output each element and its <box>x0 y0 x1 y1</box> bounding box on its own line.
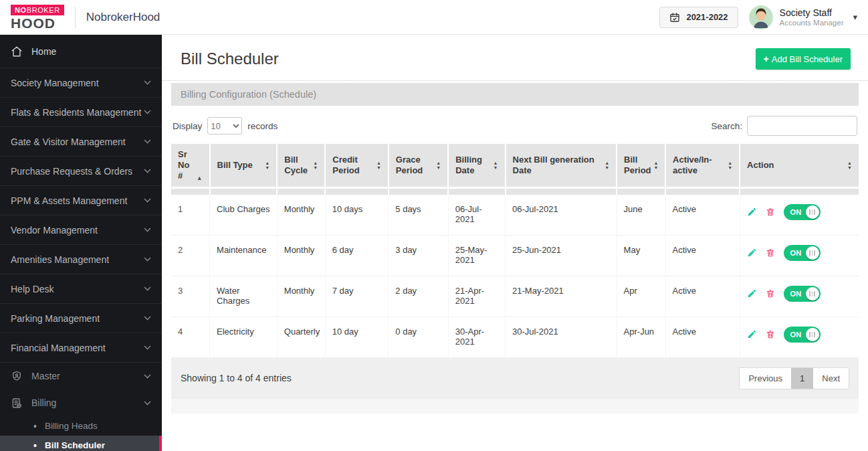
display-label: Display <box>173 121 202 131</box>
sidebar-item-vendor-management[interactable]: Vendor Management <box>0 215 162 245</box>
page-size-select[interactable]: 10 <box>207 117 242 134</box>
edit-icon[interactable] <box>747 248 757 258</box>
cell-bill-period: May <box>617 235 665 276</box>
sidebar-item-billing[interactable]: Billing <box>0 389 162 416</box>
cell-billing-date: 25-May-2021 <box>448 235 505 276</box>
delete-icon[interactable] <box>766 288 775 298</box>
sidebar-item-ppm-assets-management[interactable]: PPM & Assets Management <box>0 186 162 215</box>
add-button-label: Add Bill Scheduler <box>772 54 843 64</box>
sidebar-item-flats-residents-management[interactable]: Flats & Residents Management <box>0 98 162 127</box>
cell-next-bill-date: 06-Jul-2021 <box>506 195 617 236</box>
chevron-down-icon <box>144 110 151 114</box>
cell-bill-cycle: Monthly <box>277 195 325 236</box>
sidebar-item-parking-management[interactable]: Parking Management <box>0 304 162 333</box>
bill-scheduler-table: Sr No #▲ Bill Type▲▼ Bill Cycle▲▼ Credit… <box>171 144 859 358</box>
sidebar-item-bill-scheduler[interactable]: • Bill Scheduler <box>0 436 162 451</box>
chevron-down-icon <box>144 169 151 173</box>
edit-icon[interactable] <box>747 288 757 298</box>
pagination-page-1-button[interactable]: 1 <box>791 368 813 389</box>
cell-bill-type: Maintenance <box>210 235 278 276</box>
table-filter-row <box>171 188 859 195</box>
user-role: Accounts Manager <box>780 19 844 27</box>
chevron-down-icon <box>144 345 151 350</box>
pagination-previous-button[interactable]: Previous <box>740 368 791 389</box>
edit-icon[interactable] <box>747 207 757 217</box>
column-header-active-inactive[interactable]: Active/In-active▲▼ <box>665 144 740 188</box>
chevron-down-icon <box>144 228 151 232</box>
sidebar-item-label: Home <box>31 46 56 57</box>
column-header-sr-no[interactable]: Sr No #▲ <box>171 144 210 188</box>
chevron-down-icon <box>144 286 151 291</box>
delete-icon[interactable] <box>766 207 775 217</box>
user-menu[interactable]: Society Staff Accounts Manager ▾ <box>749 5 857 29</box>
brand-logo[interactable]: NOBROKER HOOD <box>11 5 64 30</box>
active-toggle[interactable]: ON <box>784 245 821 261</box>
chevron-down-icon <box>144 374 151 379</box>
display-records-control: Display 10 records <box>173 117 278 134</box>
sort-icon: ▲▼ <box>728 161 732 170</box>
toggle-knob <box>806 246 819 260</box>
sidebar-item-amenities-management[interactable]: Amenities Management <box>0 245 162 274</box>
active-toggle[interactable]: ON <box>784 286 821 302</box>
bullet-icon: • <box>33 421 37 432</box>
column-header-action[interactable]: Action▲▼ <box>740 144 859 188</box>
sidebar-item-home[interactable]: Home <box>0 35 162 68</box>
sidebar-item-purchase-requests-orders[interactable]: Purchase Requests & Orders <box>0 157 162 186</box>
sidebar-item-label: Vendor Management <box>11 225 98 236</box>
sidebar-item-gate-visitor-management[interactable]: Gate & Visitor Management <box>0 127 162 157</box>
sort-icon: ▲▼ <box>654 161 659 170</box>
chevron-down-icon <box>144 257 151 262</box>
sidebar-item-billing-heads[interactable]: • Billing Heads <box>0 416 162 436</box>
sidebar-item-label: Master <box>31 371 60 381</box>
chevron-down-icon <box>144 198 151 203</box>
topbar: NOBROKER HOOD NobrokerHood 2021-2022 Soc… <box>0 0 868 35</box>
sort-icon: ▲▼ <box>265 161 269 170</box>
column-header-bill-type[interactable]: Bill Type▲▼ <box>210 144 278 188</box>
sidebar-item-label: Flats & Residents Management <box>11 107 141 118</box>
toggle-label: ON <box>790 331 802 339</box>
cell-credit-period: 10 day <box>325 317 389 357</box>
cell-grace-period: 5 days <box>389 195 448 236</box>
sidebar-item-society-management[interactable]: Society Management <box>0 68 162 98</box>
pagination-next-button[interactable]: Next <box>813 368 849 389</box>
sidebar: Home Society Management Flats & Resident… <box>0 35 162 451</box>
entries-summary: Showing 1 to 4 of 4 entries <box>181 373 292 383</box>
table-footer: Showing 1 to 4 of 4 entries Previous 1 N… <box>171 358 859 399</box>
toggle-label: ON <box>790 249 802 257</box>
delete-icon[interactable] <box>766 248 775 258</box>
cell-sr-no: 4 <box>171 317 210 357</box>
search-control: Search: <box>711 116 857 136</box>
plus-icon: + <box>764 54 769 64</box>
chevron-down-icon <box>144 139 151 144</box>
column-header-bill-cycle[interactable]: Bill Cycle▲▼ <box>277 144 325 188</box>
active-toggle[interactable]: ON <box>784 204 821 220</box>
year-selector-button[interactable]: 2021-2022 <box>659 7 738 28</box>
sort-icon: ▲▼ <box>313 161 318 170</box>
sidebar-item-label: Parking Management <box>11 313 100 324</box>
cell-status: Active <box>665 317 740 357</box>
add-bill-scheduler-button[interactable]: + Add Bill Scheduler <box>756 48 851 70</box>
sidebar-item-label: Bill Scheduler <box>45 440 105 450</box>
table-row: 2 Maintenance Monthly 6 day 3 day 25-May… <box>171 235 859 276</box>
column-header-grace-period[interactable]: Grace Period▲▼ <box>389 144 448 188</box>
cell-credit-period: 10 days <box>325 195 389 236</box>
search-input[interactable] <box>747 116 857 136</box>
column-header-billing-date[interactable]: Billing Date▲▼ <box>448 144 505 188</box>
records-label: records <box>247 121 278 131</box>
sort-icon: ▲▼ <box>376 161 381 170</box>
app-name: NobrokerHood <box>86 11 160 24</box>
sidebar-item-help-desk[interactable]: Help Desk <box>0 274 162 304</box>
cell-credit-period: 6 day <box>325 235 389 276</box>
active-toggle[interactable]: ON <box>784 327 821 343</box>
sidebar-item-master[interactable]: Master <box>0 363 162 389</box>
column-header-next-bill-generation-date[interactable]: Next Bill generation Date▲▼ <box>506 144 617 188</box>
avatar <box>749 5 773 29</box>
delete-icon[interactable] <box>766 329 775 339</box>
column-header-bill-period[interactable]: Bill Period▲▼ <box>617 144 665 188</box>
edit-icon[interactable] <box>747 329 757 339</box>
toggle-label: ON <box>790 290 802 298</box>
cell-bill-cycle: Quarterly <box>277 317 325 357</box>
column-header-credit-period[interactable]: Credit Period▲▼ <box>325 144 389 188</box>
sidebar-item-financial-management[interactable]: Financial Management <box>0 333 162 363</box>
billing-clipboard-icon <box>11 397 23 409</box>
